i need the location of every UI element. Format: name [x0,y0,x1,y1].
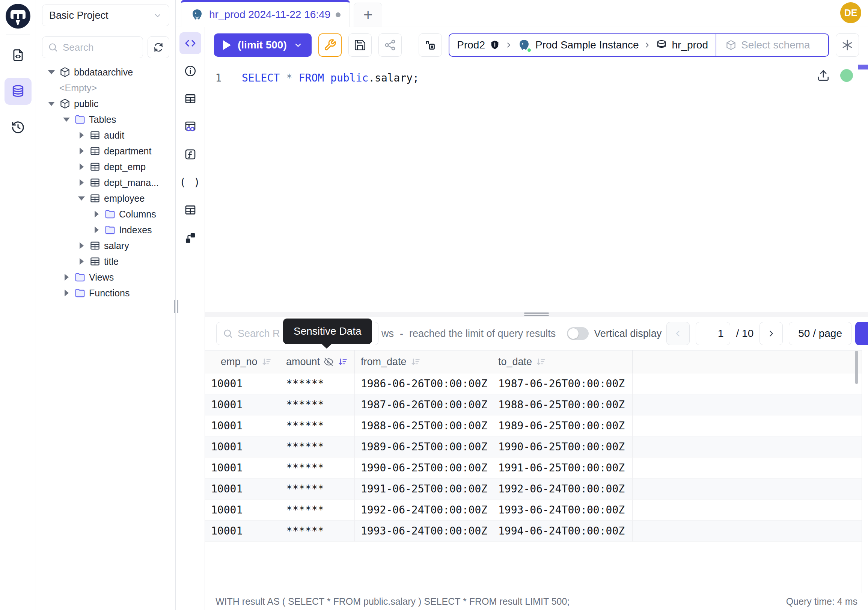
table-cell[interactable]: 1987-06-26T00:00:00Z [492,373,632,394]
tree-expander-icon[interactable] [62,118,71,122]
table-detail-icon[interactable] [180,88,201,110]
table-cell[interactable]: 1991-06-25T00:00:00Z [492,458,632,478]
sidebar-resize-handle[interactable] [174,300,178,313]
column-header-to-date[interactable]: to_date [492,351,632,373]
share-icon[interactable] [378,33,402,57]
tree-item-audit[interactable]: audit [36,127,175,143]
table-cell[interactable]: 10001 [205,416,280,436]
tree-item-title[interactable]: title [36,253,175,269]
table-cell[interactable]: ****** [280,373,355,394]
table-cell[interactable]: 1993-06-24T00:00:00Z [355,521,492,542]
tree-item-columns[interactable]: Columns [36,206,175,222]
table-cell[interactable]: 10001 [205,500,280,521]
tree-item-salary[interactable]: salary [36,238,175,253]
sort-icon[interactable] [261,357,271,367]
tree-expander-icon[interactable] [77,196,86,200]
table-cell[interactable]: ****** [280,436,355,458]
sensitive-data-masking-icon[interactable] [180,116,201,138]
sidebar-search-field[interactable] [63,42,137,53]
page-size-select[interactable]: 50 / page [789,322,851,345]
bytebase-logo[interactable] [6,4,30,28]
schema-diagram-icon[interactable] [180,227,201,249]
table-cell[interactable]: 1990-06-25T00:00:00Z [492,436,632,458]
tree-expander-icon[interactable] [47,70,56,75]
code-editor-icon[interactable] [180,32,201,54]
tree-item-indexes[interactable]: Indexes [36,222,175,238]
sort-icon[interactable] [338,357,348,367]
export-button-clipped[interactable] [855,322,868,345]
table-cell[interactable]: 1988-06-25T00:00:00Z [492,394,632,416]
table-cell[interactable]: 10001 [205,521,280,542]
table-cell[interactable]: 1988-06-25T00:00:00Z [355,416,492,436]
table-cell[interactable]: 1987-06-26T00:00:00Z [355,394,492,416]
external-table-icon[interactable] [180,199,201,221]
tree-expander-icon[interactable] [77,179,86,186]
tree-item-department[interactable]: department [36,143,175,159]
table-cell[interactable]: 10001 [205,458,280,478]
table-cell[interactable]: 10001 [205,436,280,458]
tree-item-dept-emp[interactable]: dept_emp [36,159,175,175]
sql-editor[interactable]: 1 SELECT * FROM public.salary; [205,63,868,312]
refresh-icon[interactable] [147,36,169,58]
table-cell[interactable]: 10001 [205,478,280,500]
table-cell[interactable]: 1991-06-25T00:00:00Z [355,478,492,500]
column-header-emp-no[interactable]: emp_no [205,351,280,373]
tree-expander-icon[interactable] [77,163,86,170]
tree-item-bbdataarchive[interactable]: bbdataarchive [36,64,175,80]
table-cell[interactable]: 1994-06-24T00:00:00Z [492,521,632,542]
info-icon[interactable] [180,60,201,82]
table-cell[interactable]: ****** [280,500,355,521]
run-query-button[interactable]: (limit 500) [214,33,312,57]
table-cell[interactable]: 1989-06-25T00:00:00Z [355,436,492,458]
parentheses-icon[interactable]: ( ) [180,171,201,193]
table-cell[interactable]: 1992-06-24T00:00:00Z [492,478,632,500]
tree-expander-icon[interactable] [92,211,101,217]
table-cell[interactable]: ****** [280,416,355,436]
query-tab-active[interactable]: hr_prod 2024-11-22 16:49 [181,0,350,27]
column-header-amount[interactable]: amount [280,351,355,373]
function-icon[interactable] [180,143,201,165]
connection-breadcrumb[interactable]: Prod2 Prod Sample Instance h [449,33,829,57]
tree-expander-icon[interactable] [92,227,101,233]
table-cell[interactable]: 1986-06-26T00:00:00Z [355,373,492,394]
select-schema-button[interactable]: Select schema [716,34,828,56]
save-icon[interactable] [349,33,372,57]
project-selector[interactable]: Basic Project [42,5,169,26]
table-cell[interactable]: 1993-06-24T00:00:00Z [492,500,632,521]
table-cell[interactable]: ****** [280,458,355,478]
grid-scrollbar-thumb[interactable] [855,351,858,384]
tree-expander-icon[interactable] [47,102,56,106]
ai-assistant-icon[interactable] [836,33,859,57]
tree-item-tables[interactable]: Tables [36,112,175,127]
next-page-button[interactable] [760,322,783,345]
tree-item-views[interactable]: Views [36,269,175,285]
tree-expander-icon[interactable] [62,290,71,296]
tree-item-employee[interactable]: employee [36,191,175,206]
database-panel-icon[interactable] [5,78,31,105]
new-tab-button[interactable]: + [353,3,382,27]
sidebar-search-input[interactable] [42,36,143,58]
tree-expander-icon[interactable] [77,258,86,265]
prev-page-button[interactable] [666,322,690,345]
tree-expander-icon[interactable] [77,242,86,249]
results-panel-resize-handle[interactable] [205,312,868,317]
table-cell[interactable]: 10001 [205,373,280,394]
tree-expander-icon[interactable] [77,147,86,154]
query-options-wrench-icon[interactable] [318,33,342,57]
sort-icon[interactable] [536,357,546,367]
vertical-display-toggle[interactable]: Vertical display [567,327,662,340]
sort-icon[interactable] [410,357,420,367]
toggle-off-icon[interactable] [567,327,589,340]
tree-item-dept-mana[interactable]: dept_mana... [36,175,175,191]
history-icon[interactable] [5,114,31,141]
table-cell[interactable]: ****** [280,394,355,416]
tree-expander-icon[interactable] [62,274,71,281]
tree-item-empty[interactable]: <Empty> [36,80,175,96]
worksheet-code-file-icon[interactable] [5,42,31,69]
table-cell[interactable]: 1990-06-25T00:00:00Z [355,458,492,478]
upload-export-icon[interactable] [817,69,830,82]
table-cell[interactable]: 1992-06-24T00:00:00Z [355,500,492,521]
page-number-input[interactable]: 1 [696,322,730,345]
tree-expander-icon[interactable] [77,132,86,139]
table-cell[interactable]: 10001 [205,394,280,416]
